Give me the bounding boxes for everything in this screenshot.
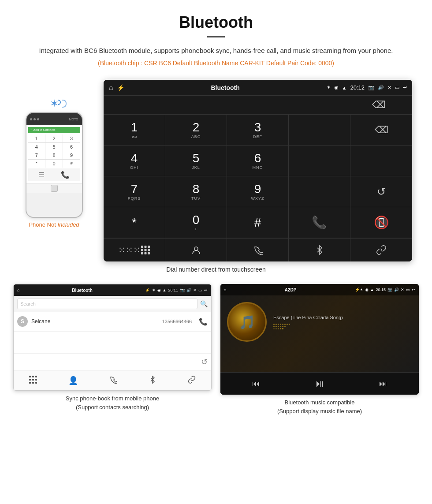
pb-tb-bluetooth[interactable] xyxy=(149,376,156,386)
dial-key-3[interactable]: 3 DEF xyxy=(227,115,289,146)
pb-contact-name: Seicane xyxy=(31,318,159,325)
signal-arc-2 xyxy=(62,100,67,108)
dot-2 xyxy=(34,118,36,120)
toolbar-contacts-btn[interactable] xyxy=(165,239,227,261)
home-icon: ⌂ xyxy=(109,84,113,92)
dial-hangup-button[interactable]: 📵 xyxy=(350,207,412,238)
music-background: ⌂ A2DP ⚡ ✶ ◉ ▲ 20:15 📷 🔊 ✕ ▭ ↩ xyxy=(220,284,419,372)
music-dot-row-3 xyxy=(273,328,412,329)
pb-search-icon[interactable]: 🔍 xyxy=(200,300,208,307)
pb-empty-rows xyxy=(14,332,211,354)
music-gps-icon: ◉ xyxy=(365,287,369,292)
dial-key-1[interactable]: 1 ⌀⌀ xyxy=(104,115,165,146)
phone-add-contacts: +Add to Contacts xyxy=(28,127,80,133)
toolbar-dialpad-btn[interactable]: ⁙⁙⁙ xyxy=(104,239,165,261)
pb-tb-phone[interactable] xyxy=(109,376,117,386)
pb-avatar: S xyxy=(17,316,28,327)
music-right-icons: ✶ ◉ ▲ 20:15 📷 🔊 ✕ ▭ ↩ xyxy=(360,287,415,292)
music-back-icon: ↩ xyxy=(412,287,415,292)
backspace-button[interactable]: ⌫ xyxy=(372,99,386,111)
phone-bottom-bar xyxy=(26,183,82,193)
camera-icon: 📷 xyxy=(368,85,374,90)
toolbar-phone-btn[interactable] xyxy=(227,239,289,261)
music-next-button[interactable]: ⏭ xyxy=(379,379,387,388)
svg-rect-3 xyxy=(141,249,143,251)
mdot xyxy=(280,324,281,325)
pb-contact-row[interactable]: S Seicane 13566664466 📞 xyxy=(14,312,211,332)
mdot xyxy=(280,328,281,329)
pb-home-icon: ⌂ xyxy=(17,288,19,292)
music-bt-icon: ✶ xyxy=(360,287,363,292)
phone-top-bar: MOTO xyxy=(26,113,82,125)
phonebook-caption: Sync phone-book from mobile phone (Suppo… xyxy=(13,394,212,411)
pb-vol-icon: 🔊 xyxy=(186,288,191,292)
mdot xyxy=(276,328,277,329)
dial-key-9[interactable]: 9 WXYZ xyxy=(227,176,289,207)
gps-icon: ◉ xyxy=(334,85,339,90)
page-header: Bluetooth Integrated with BC6 Bluetooth … xyxy=(0,0,432,80)
toolbar-bluetooth-btn[interactable] xyxy=(289,239,350,261)
phonebook-screenshot: ⌂ Bluetooth ⚡ ✶ ◉ ▲ 20:11 📷 🔊 ✕ ▭ ↩ xyxy=(13,284,212,391)
dial-backspace-cell[interactable]: ⌫ xyxy=(350,115,412,146)
music-prev-button[interactable]: ⏮ xyxy=(252,379,260,388)
moto-label: MOTO xyxy=(69,118,78,121)
dial-screen-container: ⌂ ⚡ Bluetooth ✶ ◉ ▲ 20:12 📷 🔊 ✕ ▭ ↩ xyxy=(104,80,412,261)
mdot xyxy=(273,324,275,325)
dial-display: ⌫ xyxy=(104,96,412,114)
phone-key-star: * xyxy=(28,160,45,168)
svg-rect-13 xyxy=(29,379,31,381)
dot-1 xyxy=(30,118,32,120)
dial-key-star[interactable]: * xyxy=(104,207,165,238)
pb-refresh-icon[interactable]: ↺ xyxy=(201,357,208,367)
pb-right-icons: ✶ ◉ ▲ 20:11 📷 🔊 ✕ ▭ ↩ xyxy=(152,288,208,292)
dial-call-button[interactable]: 📞 xyxy=(289,207,350,238)
music-dot-row-2 xyxy=(273,326,412,327)
music-equalizer xyxy=(273,324,412,329)
pb-search-row: Search 🔍 xyxy=(14,296,211,312)
svg-rect-4 xyxy=(145,249,147,251)
pb-tb-dialpad[interactable] xyxy=(29,376,37,386)
bluetooth-specs: (Bluetooth chip : CSR BC6 Default Blueto… xyxy=(26,60,406,67)
usb-icon: ⚡ xyxy=(117,84,124,91)
dial-key-2[interactable]: 2 ABC xyxy=(165,115,227,146)
dial-key-0[interactable]: 0 + xyxy=(165,207,227,238)
dial-key-8[interactable]: 8 TUV xyxy=(165,176,227,207)
svg-rect-5 xyxy=(148,249,150,251)
dial-key-5[interactable]: 5 JKL xyxy=(165,146,227,176)
dial-key-4[interactable]: 4 GHI xyxy=(104,146,165,176)
svg-rect-17 xyxy=(32,382,34,384)
volume-icon: 🔊 xyxy=(378,85,384,90)
pb-call-row-icon[interactable]: 📞 xyxy=(199,317,208,326)
status-bar-left: ⌂ ⚡ xyxy=(109,84,124,92)
pb-search-box[interactable]: Search xyxy=(17,299,197,309)
svg-rect-10 xyxy=(29,376,31,377)
phone-not-included-label: Phone Not Included xyxy=(29,221,79,228)
window-icon: ▭ xyxy=(395,85,399,90)
close-icon: ✕ xyxy=(387,85,391,90)
dial-toolbar: ⁙⁙⁙ xyxy=(104,238,412,261)
music-play-pause-button[interactable]: ⏯ xyxy=(315,378,324,389)
phone-screen: +Add to Contacts 1 2 3 4 5 6 7 8 9 * 0 # xyxy=(26,125,82,183)
mdot xyxy=(280,326,281,327)
phone-key-8: 8 xyxy=(45,151,63,159)
dial-key-7[interactable]: 7 PQRS xyxy=(104,176,165,207)
dial-refresh-cell[interactable]: ↺ xyxy=(350,176,412,207)
music-sig-icon: ▲ xyxy=(370,287,374,292)
svg-rect-18 xyxy=(35,382,37,384)
phone-key-0: 0 xyxy=(45,160,63,168)
music-win-icon: ▭ xyxy=(406,287,410,292)
pb-tb-link[interactable] xyxy=(188,376,196,386)
bluetooth-icon: ✶ xyxy=(50,97,59,110)
dial-key-6[interactable]: 6 MNO xyxy=(227,146,289,176)
dial-caption: Dial number direct from touchscreen xyxy=(0,266,432,273)
toolbar-link-btn[interactable] xyxy=(350,239,412,261)
pb-sig-icon: ▲ xyxy=(163,288,167,292)
status-bar-right: ✶ ◉ ▲ 20:12 📷 🔊 ✕ ▭ ↩ xyxy=(327,84,407,91)
dial-key-hash[interactable]: # xyxy=(227,207,289,238)
pb-tb-contacts-active[interactable]: 👤 xyxy=(68,376,78,386)
status-time: 20:12 xyxy=(350,84,365,91)
pb-bt-label: Bluetooth xyxy=(22,288,142,293)
svg-rect-16 xyxy=(29,382,31,384)
pb-contact-phone: 13566664466 xyxy=(162,319,192,324)
dial-key-empty-4 xyxy=(289,176,350,207)
